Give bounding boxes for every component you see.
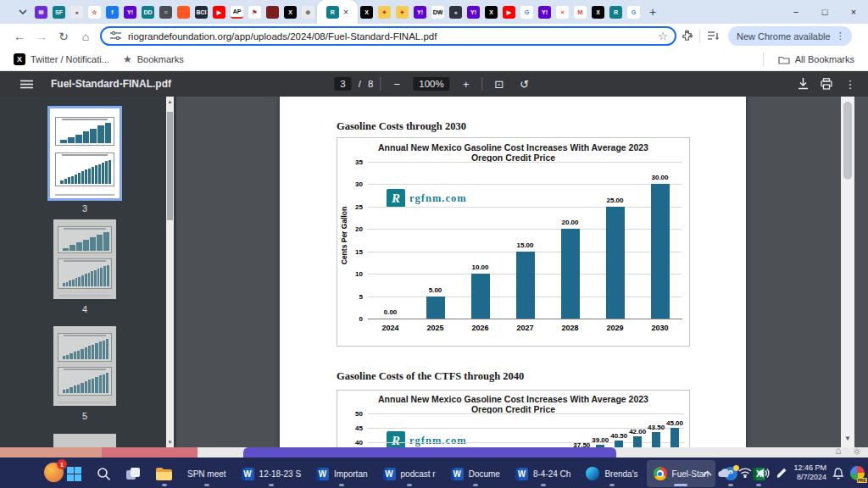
browser-tab[interactable]: R bbox=[607, 0, 625, 24]
extensions-puzzle-icon[interactable] bbox=[676, 26, 697, 47]
browser-tab[interactable]: X bbox=[358, 0, 376, 24]
browser-tab[interactable]: G bbox=[625, 0, 643, 24]
taskbar-app-8-4-24-ch[interactable]: W8-4-24 Ch bbox=[509, 460, 577, 487]
tab-favicon: G bbox=[520, 6, 533, 19]
search-button[interactable] bbox=[90, 460, 118, 487]
download-icon[interactable] bbox=[793, 75, 812, 93]
taskbar-app-docume[interactable]: WDocume bbox=[444, 460, 507, 487]
forward-button[interactable]: → bbox=[31, 25, 53, 47]
star-icon: ★ bbox=[123, 53, 132, 65]
zoom-out-button[interactable]: − bbox=[387, 75, 406, 93]
pdf-menu-hamburger-icon[interactable] bbox=[14, 80, 39, 89]
gridline bbox=[368, 413, 684, 414]
browser-tab[interactable]: DD bbox=[139, 0, 157, 24]
taskbar-app-12-18-23-s[interactable]: W12-18-23 S bbox=[235, 460, 308, 487]
scroll-up-icon[interactable]: ▲ bbox=[166, 99, 174, 104]
browser-tab[interactable]: ✦ bbox=[376, 0, 393, 24]
browser-tab[interactable]: Y! bbox=[536, 0, 554, 24]
page-thumbnail-3[interactable] bbox=[50, 108, 120, 198]
browser-tab[interactable]: BCI bbox=[192, 0, 210, 24]
browser-tab[interactable]: ⊕ bbox=[299, 0, 317, 24]
browser-tab[interactable]: AP bbox=[228, 0, 246, 24]
minimize-button[interactable]: − bbox=[782, 0, 810, 24]
notifications-bell-icon[interactable] bbox=[832, 467, 844, 480]
bookmark-item-twitter[interactable]: X Twitter / Notificati... bbox=[8, 51, 114, 68]
browser-tab[interactable]: ✦ bbox=[393, 0, 411, 24]
active-tab[interactable]: R × bbox=[317, 0, 358, 24]
browser-tab[interactable]: ☆ bbox=[86, 0, 103, 24]
browser-tab[interactable]: G bbox=[518, 0, 536, 24]
browser-tab[interactable]: Y! bbox=[465, 0, 482, 24]
home-button[interactable]: ⌂ bbox=[75, 25, 97, 47]
browser-tab[interactable]: M bbox=[571, 0, 589, 24]
tray-clock[interactable]: 12:46 PM 8/7/2024 bbox=[793, 463, 826, 482]
site-settings-tune-icon[interactable] bbox=[108, 26, 122, 47]
bookmark-item-bookmarks[interactable]: ★ Bookmarks bbox=[118, 51, 189, 68]
browser-tab[interactable]: SF bbox=[50, 0, 68, 24]
browser-tab[interactable]: × bbox=[554, 0, 571, 24]
browser-tab[interactable] bbox=[175, 0, 192, 24]
browser-tab[interactable]: ✉ bbox=[32, 0, 50, 24]
taskbar-app-podcast-r[interactable]: Wpodcast r bbox=[376, 460, 442, 487]
page-number-input[interactable]: 3 bbox=[334, 77, 351, 91]
close-button[interactable]: × bbox=[839, 0, 868, 24]
bookmark-star-icon[interactable]: ☆ bbox=[658, 30, 668, 42]
chrome-update-pill[interactable]: New Chrome available ⋮ bbox=[728, 26, 852, 46]
fit-page-icon[interactable]: ⊡ bbox=[490, 75, 509, 93]
browser-tab[interactable]: DW bbox=[429, 0, 447, 24]
file-explorer-button[interactable] bbox=[149, 460, 179, 487]
browser-tab[interactable]: ● bbox=[68, 0, 86, 24]
scrollbar-thumb[interactable] bbox=[167, 112, 173, 220]
wifi-icon[interactable] bbox=[738, 468, 752, 478]
volume-icon[interactable] bbox=[758, 468, 771, 479]
tab-favicon: Y! bbox=[124, 6, 136, 19]
taskbar-app-spn-meet[interactable]: SPN meet bbox=[181, 460, 233, 487]
pdf-scrollbar[interactable]: ▼ bbox=[841, 97, 854, 447]
start-button[interactable] bbox=[60, 460, 88, 487]
browser-tab[interactable]: ≡ bbox=[157, 0, 175, 24]
omnibox[interactable]: riograndefoundation.org/app/uploads/2024… bbox=[100, 26, 676, 46]
scrollbar-thumb[interactable] bbox=[843, 102, 852, 180]
thumbnail-scrollbar[interactable]: ▲ ▼ bbox=[166, 97, 174, 447]
reading-list-icon[interactable] bbox=[703, 26, 723, 47]
page-thumbnail[interactable] bbox=[53, 434, 116, 447]
maximize-button[interactable]: □ bbox=[810, 0, 839, 24]
taskbar-app-brenda-s[interactable]: Brenda's bbox=[579, 460, 644, 487]
all-bookmarks-button[interactable]: All Bookmarks bbox=[773, 51, 860, 68]
browser-tab[interactable] bbox=[264, 0, 281, 24]
onedrive-cloud-icon[interactable] bbox=[718, 468, 732, 478]
back-button[interactable]: ← bbox=[8, 25, 31, 47]
browser-tab[interactable]: ▶ bbox=[210, 0, 228, 24]
scroll-down-icon[interactable]: ▼ bbox=[841, 435, 854, 442]
pdf-more-icon[interactable]: ⋮ bbox=[841, 75, 860, 93]
browser-tab[interactable]: X bbox=[482, 0, 500, 24]
word-icon: W bbox=[242, 468, 254, 480]
tab-search-chevron-icon[interactable] bbox=[14, 3, 32, 21]
new-tab-button[interactable]: + bbox=[643, 2, 663, 22]
browser-tab[interactable]: X bbox=[281, 0, 299, 24]
browser-tab[interactable]: ⚑ bbox=[246, 0, 264, 24]
browser-tab[interactable]: ▶ bbox=[500, 0, 518, 24]
page-thumbnail-5[interactable] bbox=[53, 326, 116, 406]
browser-tab[interactable]: X bbox=[589, 0, 607, 24]
rotate-icon[interactable]: ↺ bbox=[515, 75, 534, 93]
browser-tab[interactable]: ● bbox=[447, 0, 465, 24]
zoom-level[interactable]: 100% bbox=[413, 77, 449, 91]
browser-tab[interactable]: Y! bbox=[411, 0, 429, 24]
url-text[interactable]: riograndefoundation.org/app/uploads/2024… bbox=[128, 31, 652, 42]
page-thumbnail-4[interactable] bbox=[53, 219, 116, 299]
browser-tab[interactable]: f bbox=[103, 0, 121, 24]
tray-chevron-icon[interactable] bbox=[703, 470, 712, 476]
browser-menu-icon[interactable]: ⋮ bbox=[832, 30, 849, 42]
pen-icon[interactable] bbox=[776, 468, 787, 479]
taskbar-app-label: SPN meet bbox=[187, 469, 226, 479]
colorful-app-icon[interactable]: PRE bbox=[850, 466, 865, 480]
browser-tab[interactable]: Y! bbox=[121, 0, 139, 24]
zoom-in-button[interactable]: + bbox=[457, 75, 476, 93]
task-view-button[interactable] bbox=[120, 460, 147, 487]
taskbar-app-importan[interactable]: WImportan bbox=[309, 460, 374, 487]
print-icon[interactable] bbox=[817, 75, 836, 93]
scroll-down-icon[interactable]: ▼ bbox=[166, 440, 174, 445]
reload-button[interactable]: ↻ bbox=[53, 25, 75, 47]
tab-close-icon[interactable]: × bbox=[343, 8, 348, 17]
